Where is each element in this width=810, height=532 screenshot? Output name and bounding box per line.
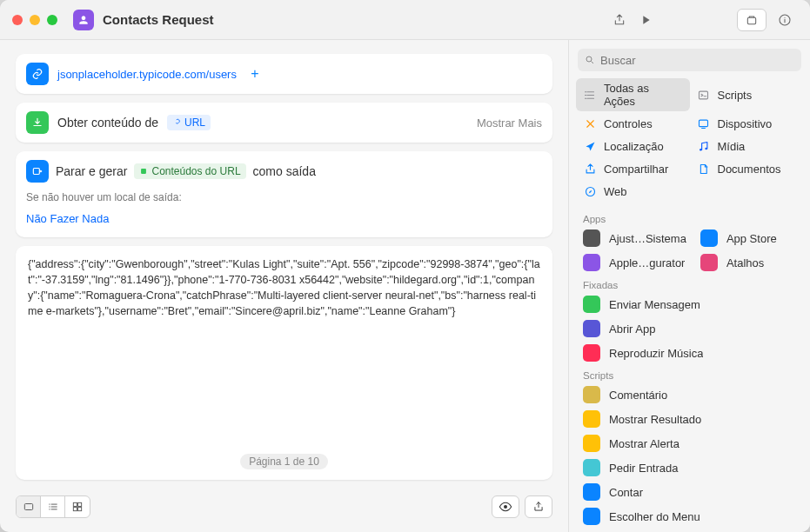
item-label: Apple…gurator <box>609 256 685 269</box>
script-item[interactable]: Pedir Entrada <box>569 456 810 480</box>
svg-point-9 <box>504 505 507 509</box>
editor-toolbar <box>16 489 552 518</box>
contents-variable-token[interactable]: Conteúdos do URL <box>134 163 245 179</box>
pinned-item[interactable]: Enviar Mensagem <box>569 292 810 316</box>
app-item[interactable]: Atalhos <box>693 250 803 275</box>
app-icon <box>583 483 600 501</box>
app-item[interactable]: App Store <box>693 226 803 250</box>
get-contents-label: Obter conteúdo de <box>57 116 158 130</box>
svg-rect-0 <box>747 17 755 23</box>
shortcut-app-icon <box>73 10 94 30</box>
app-icon <box>700 229 718 247</box>
run-button[interactable] <box>633 9 659 31</box>
app-icon <box>583 410 600 428</box>
category-documentos[interactable]: Documentos <box>690 158 804 179</box>
app-item[interactable]: Apple…gurator <box>576 250 693 275</box>
get-contents-action[interactable]: Obter conteúdo de URL Mostrar Mais <box>16 103 552 143</box>
stop-output-action[interactable]: Parar e gerar Conteúdos do URL como saíd… <box>16 151 552 237</box>
svg-rect-12 <box>700 120 708 127</box>
minimize-window-icon[interactable] <box>30 15 40 25</box>
add-url-button[interactable]: + <box>245 64 264 83</box>
svg-rect-6 <box>78 502 82 506</box>
category-dispositivo[interactable]: Dispositivo <box>690 113 804 134</box>
link-icon <box>26 63 49 85</box>
svg-point-10 <box>586 57 592 62</box>
download-icon <box>26 111 49 134</box>
url-variable-token[interactable]: URL <box>167 115 211 130</box>
category-label: Scripts <box>718 89 753 102</box>
share-button[interactable] <box>606 9 633 31</box>
search-field[interactable] <box>578 49 801 71</box>
script-item[interactable]: Mostrar Alerta <box>569 431 810 456</box>
library-button[interactable] <box>737 9 766 31</box>
item-label: App Store <box>726 232 777 245</box>
category-controles[interactable]: Controles <box>576 113 690 134</box>
view-list-icon[interactable] <box>41 496 65 517</box>
category-mídia[interactable]: Mídia <box>690 136 804 156</box>
category-localização[interactable]: Localização <box>576 136 690 156</box>
fallback-label: Se não houver um local de saída: <box>26 191 542 203</box>
view-card-icon[interactable] <box>17 496 41 517</box>
scripts-list: ComentárioMostrar ResultadoMostrar Alert… <box>569 382 810 529</box>
svg-rect-2 <box>33 169 39 175</box>
category-label: Compartilhar <box>604 163 668 176</box>
view-mode-segment[interactable] <box>16 495 90 518</box>
svg-rect-3 <box>142 169 147 174</box>
app-icon <box>583 508 600 525</box>
titlebar: Contacts Request <box>0 0 810 40</box>
svg-rect-4 <box>24 504 32 510</box>
window-controls <box>12 15 57 25</box>
category-compartilhar[interactable]: Compartilhar <box>576 158 690 179</box>
category-label: Localização <box>604 140 664 153</box>
svg-rect-8 <box>78 508 82 511</box>
url-action[interactable]: jsonplaceholder.typicode.com/users + <box>16 54 552 94</box>
share-output-button[interactable] <box>525 495 552 518</box>
apps-section-label: Apps <box>569 209 810 226</box>
url-value[interactable]: jsonplaceholder.typicode.com/users <box>57 68 237 81</box>
safari-icon <box>583 184 597 198</box>
device-icon <box>697 116 711 130</box>
app-icon <box>583 320 600 337</box>
apps-list: Ajust…SistemaApp StoreApple…guratorAtalh… <box>569 226 810 275</box>
svg-rect-7 <box>73 508 77 511</box>
app-icon <box>583 386 600 403</box>
category-grid: Todas as AçõesScriptsControlesDispositiv… <box>569 78 810 209</box>
script-item[interactable]: Mostrar Resultado <box>569 407 810 431</box>
item-label: Contar <box>609 486 643 499</box>
search-input[interactable] <box>600 54 794 67</box>
item-label: Enviar Mensagem <box>609 298 700 311</box>
category-web[interactable]: Web <box>576 181 690 202</box>
script-item[interactable]: Escolher do Menu <box>569 504 810 529</box>
x-icon <box>583 116 597 130</box>
category-todas-as-ações[interactable]: Todas as Ações <box>576 78 690 111</box>
fullscreen-window-icon[interactable] <box>47 15 57 25</box>
item-label: Mostrar Alerta <box>609 437 679 450</box>
script-item[interactable]: Contar <box>569 480 810 504</box>
scripts-section-label: Scripts <box>569 365 810 382</box>
app-item[interactable]: Ajust…Sistema <box>576 226 693 250</box>
script-item[interactable]: Comentário <box>569 382 810 407</box>
item-label: Mostrar Resultado <box>609 413 701 426</box>
app-icon <box>583 435 600 452</box>
output-json-text: {"address":{"city":"Gwenborough","street… <box>28 256 540 450</box>
pinned-item[interactable]: Abrir App <box>569 316 810 341</box>
share-icon <box>583 162 597 176</box>
pinned-item[interactable]: Reproduzir Música <box>569 341 810 365</box>
item-label: Escolher do Menu <box>609 510 700 523</box>
doc-icon <box>697 162 711 176</box>
app-icon <box>583 229 600 247</box>
output-icon <box>26 160 49 183</box>
app-icon <box>583 344 600 362</box>
fallback-value[interactable]: Não Fazer Nada <box>26 209 542 229</box>
close-window-icon[interactable] <box>12 15 23 25</box>
show-more-button[interactable]: Mostrar Mais <box>477 116 542 130</box>
category-scripts[interactable]: Scripts <box>690 78 804 111</box>
svg-rect-11 <box>700 91 708 99</box>
output-suffix: como saída <box>253 164 316 178</box>
category-label: Documentos <box>718 163 781 176</box>
search-icon <box>585 55 595 65</box>
shortcuts-window: Contacts Request jsonplaceholder.typicod… <box>0 0 810 532</box>
view-grid-icon[interactable] <box>65 496 90 517</box>
quicklook-button[interactable] <box>492 495 519 518</box>
info-button[interactable] <box>772 9 798 31</box>
